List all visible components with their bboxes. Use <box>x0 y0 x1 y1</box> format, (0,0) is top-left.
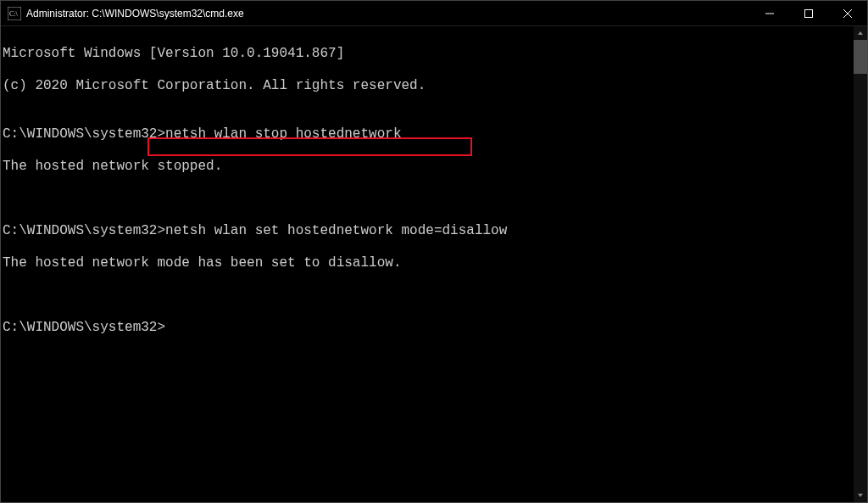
version-line: Microsoft Windows [Version 10.0.19041.86… <box>3 46 867 62</box>
terminal-output[interactable]: Microsoft Windows [Version 10.0.19041.86… <box>1 26 867 502</box>
output-2: The hosted network mode has been set to … <box>3 255 867 271</box>
svg-text:C:\: C:\ <box>9 10 19 18</box>
prompt-1: C:\WINDOWS\system32> <box>3 126 165 142</box>
titlebar[interactable]: C:\ Administrator: C:\WINDOWS\system32\c… <box>1 1 867 26</box>
cmd-window: C:\ Administrator: C:\WINDOWS\system32\c… <box>0 0 868 503</box>
svg-marker-7 <box>858 494 863 497</box>
cmd-icon: C:\ <box>8 7 21 20</box>
command-line-1: C:\WINDOWS\system32>netsh wlan stop host… <box>3 126 867 143</box>
minimize-button[interactable] <box>750 1 789 26</box>
cmd-2: netsh wlan set hostednetwork mode=disall… <box>165 223 507 238</box>
prompt-2: C:\WINDOWS\system32> <box>3 223 165 238</box>
svg-marker-6 <box>858 31 863 35</box>
close-button[interactable] <box>828 1 867 26</box>
scroll-up-button[interactable] <box>854 26 867 40</box>
command-line-3: C:\WINDOWS\system32> <box>3 320 867 336</box>
window-controls <box>750 1 867 25</box>
prompt-3: C:\WINDOWS\system32> <box>3 320 165 335</box>
command-line-2: C:\WINDOWS\system32>netsh wlan set hoste… <box>3 223 867 239</box>
scroll-down-button[interactable] <box>854 489 867 502</box>
scrollbar[interactable] <box>854 26 867 502</box>
svg-rect-3 <box>805 10 813 18</box>
cmd-1: netsh wlan stop hostednetwork <box>165 126 401 142</box>
scroll-thumb[interactable] <box>854 40 867 74</box>
output-1: The hosted network stopped. <box>3 159 867 175</box>
maximize-button[interactable] <box>789 1 828 26</box>
window-title: Administrator: C:\WINDOWS\system32\cmd.e… <box>26 8 244 20</box>
copyright-line: (c) 2020 Microsoft Corporation. All righ… <box>3 78 867 94</box>
